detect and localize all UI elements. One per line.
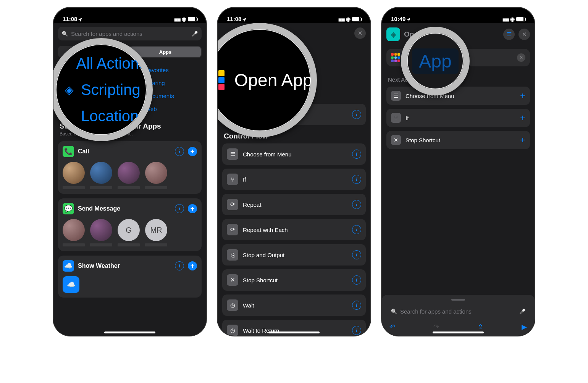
add-button[interactable]: +	[520, 135, 525, 145]
notch	[260, 8, 328, 18]
seg-apps[interactable]: Apps	[130, 47, 201, 57]
status-time: 11:08	[227, 16, 241, 22]
avatar-initials: MR	[145, 219, 167, 241]
phone-screen-2: 11:08 ✕ ☰ en Content i Control Flow ☰Cho…	[218, 8, 370, 336]
bottom-sheet[interactable]: ↶ ↷ ⇪ ▶	[382, 295, 535, 336]
add-button[interactable]: +	[520, 90, 525, 101]
contact-item[interactable]	[145, 162, 167, 189]
contact-item[interactable]: MR	[145, 219, 167, 246]
add-button[interactable]: +	[188, 147, 197, 156]
avatar	[145, 162, 167, 184]
run-button[interactable]: ▶	[522, 323, 527, 331]
app-grid-icon	[391, 53, 400, 62]
settings-button[interactable]: ☰	[503, 29, 515, 40]
row-if[interactable]: ⑂Ifi	[222, 169, 366, 190]
row-choose-from-menu[interactable]: ☰Choose from Menui	[222, 143, 366, 165]
info-button[interactable]: i	[352, 110, 361, 119]
home-indicator[interactable]	[268, 332, 320, 333]
info-button[interactable]: i	[175, 261, 184, 270]
home-indicator[interactable]	[433, 332, 484, 333]
home-indicator[interactable]	[104, 332, 155, 333]
info-button[interactable]: i	[352, 250, 361, 259]
redo-button: ↷	[433, 323, 439, 331]
undo-button[interactable]: ↶	[389, 323, 395, 331]
share-button[interactable]: ⇪	[478, 323, 483, 331]
battery-icon	[516, 17, 525, 21]
row-stop-shortcut[interactable]: ✕Stop Shortcuti	[222, 269, 366, 291]
search-input[interactable]	[400, 308, 516, 315]
info-button[interactable]: i	[352, 175, 361, 184]
lens-text: All Actions	[76, 55, 147, 72]
info-button[interactable]: i	[352, 275, 361, 285]
add-button[interactable]: +	[188, 261, 197, 270]
card-send-message[interactable]: 💬 Send Message i + G MR	[58, 198, 202, 251]
notch	[95, 8, 164, 18]
close-button[interactable]: ✕	[519, 29, 530, 40]
phone-screen-1: 11:08 Categories Apps ☰All Actions ♡Favo…	[53, 8, 206, 336]
status-time: 11:08	[63, 16, 77, 22]
info-button[interactable]: i	[352, 200, 361, 209]
add-button[interactable]: +	[188, 204, 197, 213]
remove-action-button[interactable]: ✕	[517, 53, 525, 62]
card-call[interactable]: 📞 Call i +	[58, 141, 202, 194]
battery-icon	[352, 17, 361, 21]
messages-app-icon: 💬	[63, 203, 74, 214]
search-bar[interactable]	[58, 27, 202, 40]
mic-icon[interactable]	[519, 308, 525, 315]
row-choose-from-menu[interactable]: ☰Choose from Menu+	[386, 87, 530, 105]
wifi-icon	[346, 16, 351, 22]
info-button[interactable]: i	[175, 147, 184, 156]
contact-item[interactable]	[118, 162, 140, 189]
row-if[interactable]: ⑂If+	[386, 109, 530, 127]
contact-item[interactable]	[90, 162, 112, 189]
contact-name	[118, 186, 140, 189]
clock-icon: ◷	[227, 325, 238, 336]
search-icon	[62, 30, 68, 37]
shortcut-icon[interactable]: ◈	[386, 27, 400, 41]
magnifier-lens: App	[401, 27, 470, 95]
menu-icon: ☰	[227, 148, 238, 160]
branch-icon: ⑂	[391, 113, 401, 123]
grabber[interactable]	[451, 299, 465, 301]
weather-app-icon: ☁️	[63, 260, 74, 272]
row-stop-output[interactable]: ⎘Stop and Outputi	[222, 244, 366, 266]
info-button[interactable]: i	[352, 326, 361, 335]
row-wait[interactable]: ◷Waiti	[222, 294, 366, 316]
info-button[interactable]: i	[352, 150, 361, 159]
card-title: Call	[78, 148, 171, 155]
card-show-weather[interactable]: ☁️ Show Weather i + ☁️	[58, 256, 202, 298]
search-input[interactable]	[71, 31, 189, 37]
add-button[interactable]: +	[520, 113, 525, 123]
contact-item[interactable]: G	[118, 219, 140, 246]
cellular-icon	[338, 16, 344, 22]
card-title: Send Message	[78, 205, 171, 212]
row-stop-shortcut[interactable]: ✕Stop Shortcut+	[386, 131, 530, 149]
stop-icon: ✕	[227, 274, 238, 286]
contact-item[interactable]	[90, 219, 112, 246]
cellular-icon	[174, 16, 180, 22]
info-button[interactable]: i	[352, 301, 361, 310]
info-button[interactable]: i	[352, 225, 361, 234]
scripting-icon: ◈	[63, 83, 76, 96]
avatar	[90, 162, 112, 184]
app-grid-icon	[218, 70, 225, 90]
avatar	[90, 219, 112, 241]
card-title: Show Weather	[78, 262, 171, 269]
phone-screen-3: 10:49 ◈ Open App ☰ ✕ Open App ✕ Next Act…	[382, 8, 535, 336]
pin-icon	[63, 109, 76, 122]
location-services-icon	[405, 16, 411, 22]
magnifier-lens: All Actions ◈Scripting Location	[53, 38, 153, 141]
contact-item[interactable]	[63, 219, 85, 246]
info-button[interactable]: i	[175, 204, 184, 213]
mic-icon[interactable]	[192, 30, 198, 37]
contact-item[interactable]	[63, 162, 85, 189]
row-repeat[interactable]: ⟳Repeati	[222, 194, 366, 215]
notch	[424, 8, 493, 18]
weather-shortcut-icon[interactable]: ☁️	[63, 276, 79, 293]
search-bar[interactable]	[387, 304, 529, 318]
exit-icon: ⎘	[227, 249, 238, 261]
repeat-icon: ⟳	[227, 199, 238, 210]
menu-icon: ☰	[391, 91, 401, 101]
row-repeat-each[interactable]: ⟳Repeat with Eachi	[222, 219, 366, 240]
close-button[interactable]: ✕	[354, 27, 366, 39]
